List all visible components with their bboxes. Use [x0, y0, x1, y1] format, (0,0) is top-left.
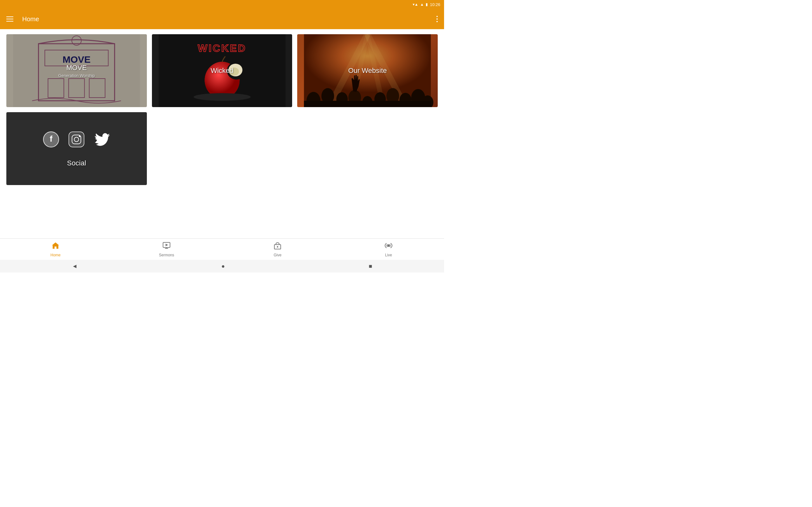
card-wicked-overlay: Wicked	[152, 34, 293, 107]
card-move-subtitle: Generation Worship	[58, 73, 95, 78]
twitter-icon[interactable]	[92, 130, 111, 149]
app-bar: Home	[0, 9, 444, 29]
nav-item-live[interactable]: Live	[376, 241, 401, 257]
nav-label-give: Give	[274, 253, 282, 257]
svg-text:f: f	[50, 134, 53, 144]
card-wicked-title: Wicked	[211, 66, 234, 75]
android-back-button[interactable]: ◄	[72, 263, 78, 270]
android-home-button[interactable]: ●	[221, 263, 225, 270]
signal-icon: ▲	[420, 2, 424, 7]
nav-label-sermons: Sermons	[159, 253, 174, 257]
wifi-icon: ▾▲	[413, 2, 418, 7]
nav-item-give[interactable]: Give	[265, 241, 290, 257]
sermons-icon	[162, 241, 171, 251]
hamburger-icon[interactable]	[5, 15, 14, 23]
status-bar: ▾▲ ▲ ▮ 10:26	[0, 0, 444, 9]
app-title: Home	[22, 15, 435, 23]
card-move-overlay: MOVE Generation Worship	[6, 34, 147, 107]
card-move-title: MOVE	[66, 64, 87, 72]
svg-point-45	[387, 244, 390, 247]
main-content: MOVE MOVE Generation Worship	[0, 29, 444, 241]
svg-marker-40	[165, 244, 168, 246]
card-wicked[interactable]: WICKED Wicked	[152, 34, 293, 107]
card-website-title: Our Website	[348, 66, 387, 75]
facebook-icon[interactable]: f	[42, 130, 61, 149]
card-move[interactable]: MOVE MOVE Generation Worship	[6, 34, 147, 107]
status-time: 10:26	[430, 2, 440, 7]
card-website[interactable]: Our Website	[297, 34, 438, 107]
cards-grid: MOVE MOVE Generation Worship	[6, 34, 438, 107]
card-social-title: Social	[67, 159, 86, 167]
card-social[interactable]: f	[6, 112, 147, 185]
nav-item-home[interactable]: Home	[43, 241, 68, 257]
android-nav-bar: ◄ ● ■	[0, 260, 444, 273]
bottom-nav: Home Sermons Give	[0, 238, 444, 260]
live-icon	[385, 241, 393, 251]
nav-label-home: Home	[50, 253, 61, 257]
give-icon	[273, 241, 282, 251]
battery-icon: ▮	[426, 2, 428, 7]
nav-item-sermons[interactable]: Sermons	[154, 241, 179, 257]
card-website-overlay: Our Website	[297, 34, 438, 107]
instagram-icon[interactable]	[67, 130, 86, 149]
home-icon	[51, 241, 60, 251]
svg-rect-44	[277, 246, 278, 247]
svg-rect-35	[69, 132, 84, 147]
nav-label-live: Live	[385, 253, 392, 257]
android-recent-button[interactable]: ■	[368, 263, 372, 270]
card-social-overlay: f	[6, 112, 147, 185]
svg-point-38	[79, 135, 81, 137]
more-options-icon[interactable]	[435, 14, 439, 23]
